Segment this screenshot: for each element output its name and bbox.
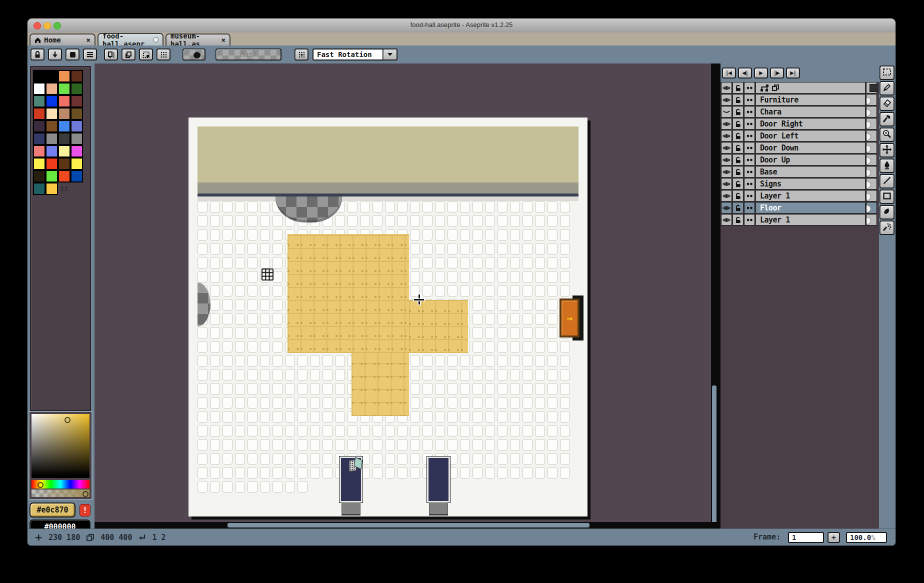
palette-swatch[interactable] — [34, 84, 44, 94]
palette-swatch[interactable] — [72, 108, 82, 119]
eye-open-icon[interactable] — [721, 202, 732, 214]
continuous-icon[interactable] — [744, 130, 755, 142]
move-tool-button[interactable] — [880, 143, 894, 158]
palette-swatch[interactable] — [46, 158, 57, 169]
continuous-icon[interactable] — [744, 94, 755, 106]
sv-marker[interactable] — [64, 417, 70, 423]
cel-cell[interactable] — [866, 94, 877, 106]
cel-cell[interactable] — [866, 214, 877, 226]
tab-home-close-icon[interactable]: × — [86, 36, 90, 44]
palette-swatch[interactable] — [34, 184, 44, 194]
layer-name[interactable]: Furniture — [756, 94, 866, 106]
header-lock-icon[interactable] — [732, 82, 744, 94]
lock-icon[interactable] — [732, 118, 744, 130]
palette-swatch[interactable] — [59, 108, 70, 119]
palette-swatch[interactable] — [72, 146, 82, 156]
palette-swatch[interactable] — [59, 158, 70, 169]
palette-swatch[interactable] — [59, 171, 70, 182]
palette-warning-button[interactable]: ! — [80, 504, 90, 516]
frame-add-button[interactable]: + — [828, 532, 840, 543]
lock-icon[interactable] — [732, 202, 744, 214]
palette-swatch[interactable] — [72, 71, 82, 82]
layer-name[interactable]: Base — [756, 166, 866, 178]
palette-swatch[interactable] — [59, 146, 70, 156]
last-frame-button[interactable]: ▶| — [786, 68, 800, 78]
cel-cell[interactable] — [866, 166, 877, 178]
eye-closed-icon[interactable] — [721, 106, 732, 118]
selection-options-button[interactable] — [139, 48, 153, 60]
palette-swatch[interactable] — [46, 171, 57, 182]
layer-row[interactable]: Base — [721, 166, 877, 178]
palette-swatch[interactable] — [46, 146, 57, 156]
contour-tool-button[interactable] — [880, 205, 894, 220]
palette-swatch[interactable] — [72, 84, 82, 94]
cel-cell[interactable] — [866, 130, 877, 142]
lock-icon[interactable] — [732, 94, 744, 106]
palette-swatch[interactable] — [34, 121, 44, 132]
continuous-icon[interactable] — [744, 106, 755, 118]
palette-swatch[interactable] — [46, 121, 57, 132]
eye-open-icon[interactable] — [721, 214, 732, 226]
lock-axis-button[interactable] — [30, 48, 44, 60]
layer-name[interactable]: Layer 1 — [756, 190, 866, 202]
paint-bucket-tool-button[interactable] — [880, 158, 894, 173]
layer-row[interactable]: Door Down — [721, 142, 877, 154]
alpha-marker[interactable] — [82, 491, 88, 497]
lock-icon[interactable] — [732, 166, 744, 178]
sprite-bounds-button[interactable] — [104, 48, 118, 60]
cel-cell[interactable] — [866, 154, 877, 166]
palette-swatch[interactable] — [34, 171, 44, 182]
eye-open-icon[interactable] — [721, 118, 732, 130]
eye-open-icon[interactable] — [721, 130, 732, 142]
cel-cell[interactable] — [866, 118, 877, 130]
palette-swatch[interactable] — [46, 96, 57, 106]
eye-open-icon[interactable] — [721, 190, 732, 202]
layer-name[interactable]: Layer 1 — [756, 214, 866, 226]
palette-swatch[interactable] — [34, 96, 44, 106]
palette-swatch[interactable] — [46, 134, 57, 144]
lock-icon[interactable] — [732, 106, 744, 118]
layer-name[interactable]: Signs — [756, 178, 866, 190]
continuous-icon[interactable] — [744, 166, 755, 178]
saturation-value-square[interactable] — [32, 414, 90, 478]
alpha-slider[interactable] — [32, 490, 90, 497]
palette-swatch[interactable] — [46, 184, 57, 194]
palette-swatch[interactable] — [72, 96, 82, 106]
layer-row[interactable]: Layer 1 — [721, 190, 877, 202]
palette-swatch[interactable] — [34, 146, 44, 156]
layer-row[interactable]: Door Up — [721, 154, 877, 166]
layer-name[interactable]: Door Down — [756, 142, 866, 154]
eraser-tool-button[interactable] — [880, 96, 894, 111]
palette-swatch[interactable] — [59, 134, 70, 144]
eye-open-icon[interactable] — [721, 178, 732, 190]
layer-name[interactable]: Floor — [756, 202, 866, 214]
eye-open-icon[interactable] — [721, 154, 732, 166]
palette-swatch[interactable] — [46, 84, 57, 94]
layer-row[interactable]: Furniture — [721, 94, 877, 106]
layer-row[interactable]: Floor — [721, 202, 877, 214]
palette-swatch[interactable] — [46, 71, 57, 82]
drop-down-button[interactable] — [48, 48, 62, 60]
eye-open-icon[interactable] — [721, 94, 732, 106]
palette-swatch[interactable] — [34, 108, 44, 119]
lock-icon[interactable] — [732, 214, 744, 226]
palette-swatch[interactable] — [72, 158, 82, 169]
lock-icon[interactable] — [732, 190, 744, 202]
tab-museum-hall[interactable]: museum-hall.as × — [166, 34, 230, 46]
rectangular-marquee-tool-button[interactable] — [880, 66, 894, 80]
palette-swatch[interactable] — [59, 121, 70, 132]
palette-swatch[interactable] — [34, 71, 44, 82]
first-frame-button[interactable]: |◀ — [722, 68, 736, 78]
continuous-icon[interactable] — [744, 190, 755, 202]
layer-row[interactable]: Chara — [721, 106, 877, 118]
pencil-tool-button[interactable] — [880, 81, 894, 96]
cel-cell[interactable] — [866, 142, 877, 154]
palette-swatch[interactable] — [59, 84, 70, 94]
tab-home[interactable]: Home × — [30, 34, 96, 46]
duplicate-button[interactable] — [122, 48, 136, 60]
eyedropper-tool-button[interactable] — [880, 112, 894, 126]
continuous-icon[interactable] — [744, 118, 755, 130]
mask-button[interactable]: Mask — [216, 48, 282, 60]
layer-name[interactable]: Chara — [756, 106, 866, 118]
continuous-icon[interactable] — [744, 154, 755, 166]
